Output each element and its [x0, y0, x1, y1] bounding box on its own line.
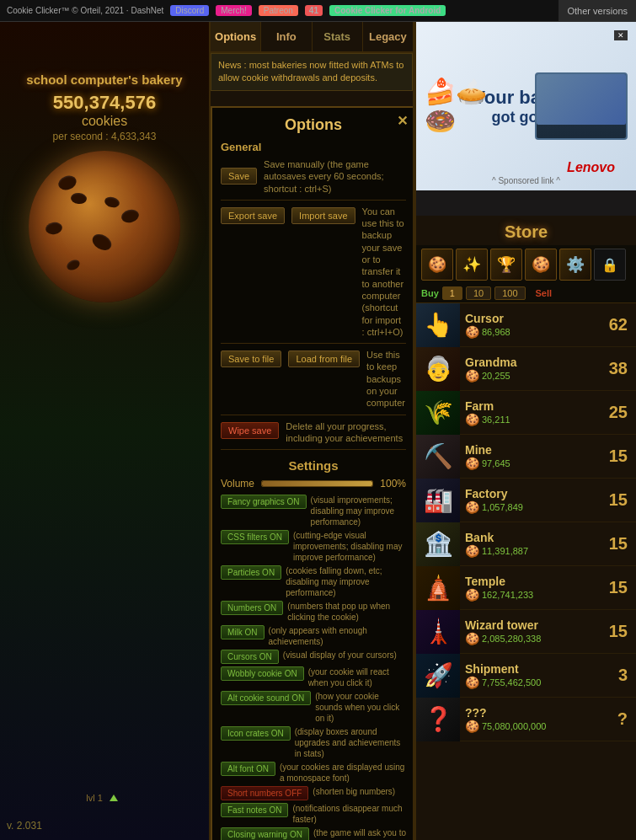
save-button[interactable]: Save [221, 168, 257, 185]
qty-1-button[interactable]: 1 [442, 286, 462, 300]
price-value-9: 75,080,000,000 [482, 721, 546, 731]
price-cookie-icon-4: 🍪 [465, 500, 479, 514]
volume-percent: 100% [380, 478, 406, 490]
divider [221, 415, 406, 415]
store-item-mine[interactable]: ⛏️ Mine 🍪 97,645 15 [416, 435, 636, 479]
level-indicator: lvl 1 [86, 793, 103, 803]
setting-row-4: Milk ON (only appears with enough achiev… [221, 625, 406, 647]
store-item-wizard-tower[interactable]: 🗼 Wizard tower 🍪 2,085,280,338 15 [416, 610, 636, 654]
patreon-link[interactable]: Patreon [259, 5, 298, 16]
store-item-farm[interactable]: 🌾 Farm 🍪 36,211 25 [416, 391, 636, 435]
qty-10-button[interactable]: 10 [466, 286, 491, 300]
merch-link[interactable]: Merch! [216, 5, 252, 16]
toggle-4[interactable]: Milk ON [221, 625, 265, 639]
cookie-count: 550,374,576 [0, 92, 209, 114]
news-text: News : most bakeries now fitted with ATM… [218, 60, 404, 83]
upgrade-item-4[interactable]: 🍪 [525, 249, 557, 281]
item-info-6: Temple 🍪 162,741,233 [460, 571, 607, 605]
store-item-temple[interactable]: 🛕 Temple 🍪 162,741,233 15 [416, 566, 636, 610]
other-versions-button[interactable]: Other versions [559, 0, 636, 21]
upgrade-item-3[interactable]: 🏆 [490, 249, 522, 281]
item-icon-7: 🗼 [416, 610, 460, 654]
toggle-5[interactable]: Cursors ON [221, 650, 279, 664]
price-value-7: 2,085,280,338 [482, 634, 541, 644]
settings-list: Fancy graphics ON (visual improvements; … [221, 495, 406, 840]
ad-content: 🍰🥧🍩 Lenovo ✕ Your baking got good. ^ Spo… [416, 22, 636, 190]
setting-row-9: Alt font ON (your cookies are displayed … [221, 762, 406, 784]
item-icon-6: 🛕 [416, 566, 460, 610]
store-item-factory[interactable]: 🏭 Factory 🍪 1,057,849 15 [416, 479, 636, 522]
buy-sell-row: Buy 1 10 100 Sell [416, 284, 636, 303]
topbar-left: Cookie Clicker™ © Orteil, 2021 · DashNet… [0, 5, 559, 16]
store-item-cursor[interactable]: 👆 Cursor 🍪 86,968 62 [416, 303, 636, 347]
export-button[interactable]: Export save [221, 207, 285, 224]
item-price-6: 🍪 162,741,233 [465, 588, 601, 602]
store-item-shipment[interactable]: 🚀 Shipment 🍪 7,755,462,500 3 [416, 654, 636, 698]
toggle-10[interactable]: Short numbers OFF [221, 786, 308, 800]
import-button[interactable]: Import save [291, 207, 355, 224]
toggle-7[interactable]: Alt cookie sound ON [221, 691, 311, 705]
options-overlay: Options ✕ General Save Save manually (th… [211, 106, 414, 840]
toggle-8[interactable]: Icon crates ON [221, 726, 291, 741]
price-value-3: 97,645 [482, 458, 510, 468]
setting-desc-0: (visual improvements; disabling may impr… [311, 495, 406, 527]
toggle-12[interactable]: Closing warning ON [221, 827, 309, 840]
setting-row-5: Cursors ON (visual display of your curso… [221, 650, 406, 664]
toggle-1[interactable]: CSS filters ON [221, 530, 289, 544]
tab-info[interactable]: Info [261, 22, 312, 51]
item-icon-5: 🏦 [416, 522, 460, 566]
setting-desc-5: (visual display of your cursors) [283, 650, 406, 661]
upgrade-item-1[interactable]: 🍪 [421, 249, 453, 281]
save-file-button[interactable]: Save to file [221, 350, 281, 367]
big-cookie[interactable] [29, 151, 180, 302]
item-price-8: 🍪 7,755,462,500 [465, 676, 601, 689]
toggle-11[interactable]: Fast notes ON [221, 803, 288, 817]
file-save-desc: Use this to keep backups on your compute… [366, 349, 406, 409]
item-name-6: Temple [465, 575, 601, 588]
upgrade-item-2[interactable]: ✨ [456, 249, 488, 281]
store-items-list: 👆 Cursor 🍪 86,968 62 👵 Grandma 🍪 20,255 … [416, 303, 636, 741]
price-cookie-icon-2: 🍪 [465, 413, 479, 426]
tab-stats[interactable]: Stats [313, 22, 363, 51]
item-name-7: Wizard tower [465, 618, 601, 632]
toggle-3[interactable]: Numbers ON [221, 601, 283, 615]
wipe-button[interactable]: Wipe save [221, 422, 279, 439]
buy-label: Buy [421, 288, 439, 298]
upgrade-item-5[interactable]: ⚙️ [559, 249, 591, 281]
bakery-name: school computer's bakery [0, 72, 209, 87]
setting-row-6: Wobbly cookie ON (your cookie will react… [221, 666, 406, 688]
item-price-9: 🍪 75,080,000,000 [465, 720, 601, 733]
item-info-5: Bank 🍪 11,391,887 [460, 527, 607, 561]
sell-label: Sell [536, 288, 553, 298]
volume-slider[interactable] [261, 480, 373, 487]
item-name-3: Mine [465, 443, 601, 457]
toggle-2[interactable]: Particles ON [221, 565, 281, 580]
item-count-9: ? [607, 709, 636, 729]
options-panel: Options Info Stats Legacy News : most ba… [209, 22, 414, 840]
setting-row-2: Particles ON (cookies falling down, etc;… [221, 565, 406, 598]
setting-desc-12: (the game will ask you to confirm when y… [313, 827, 406, 840]
volume-row: Volume 100% [221, 478, 406, 490]
toggle-6[interactable]: Wobbly cookie ON [221, 666, 304, 681]
tab-options[interactable]: Options [211, 22, 261, 51]
news-ticker: News : most bakeries now fitted with ATM… [211, 53, 413, 91]
load-file-button[interactable]: Load from file [288, 350, 360, 367]
android-link[interactable]: Cookie Clicker for Android [329, 5, 446, 16]
item-name-9: ??? [465, 706, 601, 720]
discord-link[interactable]: Discord [170, 5, 209, 16]
tab-legacy[interactable]: Legacy [363, 22, 413, 51]
qty-100-button[interactable]: 100 [494, 286, 525, 300]
scroll-up-button[interactable] [106, 789, 123, 806]
setting-row-10: Short numbers OFF (shorten big numbers) [221, 786, 406, 800]
item-info-4: Factory 🍪 1,057,849 [460, 484, 607, 517]
item-price-2: 🍪 36,211 [465, 413, 601, 426]
store-item-grandma[interactable]: 👵 Grandma 🍪 20,255 38 [416, 347, 636, 391]
store-item-unknownunknownunknown[interactable]: ❓ ??? 🍪 75,080,000,000 ? [416, 698, 636, 741]
game-navigation: Options Info Stats Legacy [211, 22, 413, 53]
game-title: Cookie Clicker™ © Orteil, 2021 · DashNet [7, 6, 163, 15]
ad-close[interactable]: ✕ [614, 30, 628, 40]
toggle-9[interactable]: Alt font ON [221, 762, 275, 776]
store-item-bank[interactable]: 🏦 Bank 🍪 11,391,887 15 [416, 522, 636, 566]
toggle-0[interactable]: Fancy graphics ON [221, 495, 307, 509]
close-button[interactable]: ✕ [397, 113, 408, 129]
